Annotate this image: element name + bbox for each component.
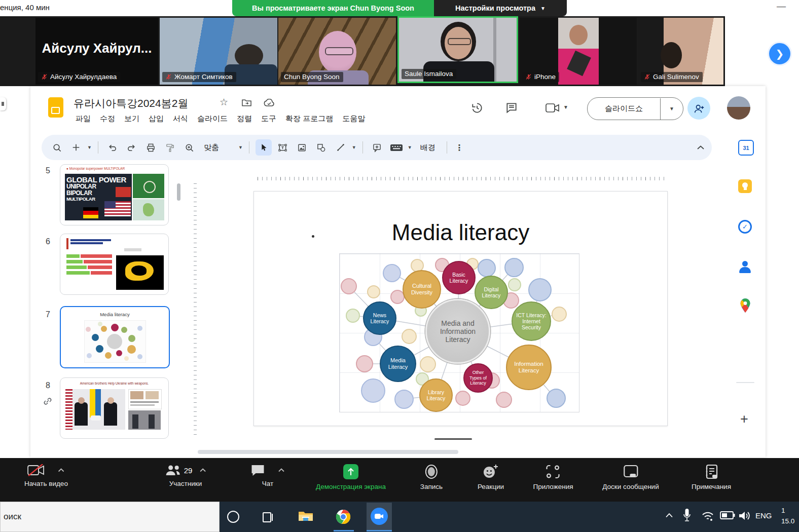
comments-icon[interactable] xyxy=(505,101,518,115)
apps-button[interactable]: Приложения xyxy=(533,464,573,490)
slide-thumbnail-8[interactable]: American brothers Help Ukraine with weap… xyxy=(60,377,169,439)
calendar-icon[interactable]: 31 xyxy=(738,140,754,156)
video-tile-iphone[interactable]: iPhone xyxy=(520,18,637,85)
video-tile-chun[interactable]: Chun Byong Soon xyxy=(278,18,396,85)
camera-dropdown-icon[interactable]: ▼ xyxy=(563,104,568,110)
tasks-icon[interactable]: ✓ xyxy=(738,220,752,234)
contacts-icon[interactable] xyxy=(738,260,752,274)
menu-format[interactable]: 서식 xyxy=(168,112,193,125)
video-tile-zhomart[interactable]: Жомарт Симтиков xyxy=(160,18,277,85)
insert-image-icon[interactable] xyxy=(294,139,310,156)
participants-button[interactable]: 29 Участники xyxy=(165,464,206,487)
slide-canvas[interactable]: Media literacy xyxy=(253,191,668,426)
insert-shape-icon[interactable] xyxy=(313,139,330,156)
avatar[interactable] xyxy=(727,96,750,120)
language-indicator[interactable]: ENG xyxy=(755,511,772,520)
zoom-in-icon[interactable] xyxy=(181,139,198,156)
share-screen-button[interactable]: Демонстрация экрана xyxy=(316,464,386,490)
task-view-icon[interactable] xyxy=(261,511,274,524)
taskbar-clock[interactable]: 1 15.0 xyxy=(781,506,799,527)
file-explorer-icon[interactable] xyxy=(298,510,313,523)
redo-icon[interactable] xyxy=(124,139,140,156)
maps-icon[interactable] xyxy=(739,298,751,313)
view-settings-button[interactable]: Настройки просмотра ▼ xyxy=(434,0,567,16)
menu-tools[interactable]: 도구 xyxy=(257,112,281,125)
paint-format-icon[interactable] xyxy=(162,139,178,156)
tray-expand-icon[interactable] xyxy=(665,513,673,518)
canvas-scrollbar[interactable] xyxy=(198,450,458,454)
menu-help[interactable]: 도움말 xyxy=(338,112,370,125)
reactions-button[interactable]: Реакции xyxy=(478,464,504,490)
presenter-dropdown-icon[interactable]: ▼ xyxy=(408,145,412,150)
tray-mic-icon[interactable] xyxy=(683,508,691,523)
line-dropdown-icon[interactable]: ▼ xyxy=(352,145,356,150)
cortana-icon[interactable] xyxy=(227,511,239,523)
zoom-app-tile[interactable] xyxy=(367,503,392,530)
text-box-icon[interactable] xyxy=(275,139,291,156)
menu-insert[interactable]: 삽입 xyxy=(144,112,168,125)
notes-divider-handle[interactable] xyxy=(434,438,472,440)
search-tool-icon[interactable] xyxy=(49,139,65,156)
chevron-up-icon[interactable] xyxy=(278,468,285,472)
chevron-up-icon[interactable] xyxy=(58,468,65,472)
tray-volume-icon[interactable] xyxy=(738,510,751,522)
menu-extensions[interactable]: 확장 프로그램 xyxy=(281,112,338,125)
menu-edit[interactable]: 수정 xyxy=(95,112,120,125)
notes-button[interactable]: Примечания xyxy=(692,464,731,490)
next-participants-button[interactable]: ❯ xyxy=(768,42,792,66)
side-panel-handle[interactable] xyxy=(0,97,6,110)
clock-time: 1 xyxy=(781,506,799,516)
undo-icon[interactable] xyxy=(104,139,121,156)
thumb5-green-flag xyxy=(133,174,164,198)
video-tile-aisulu[interactable]: Айсулу Хайрул... Айсулу Хайрулдаева xyxy=(35,18,158,85)
share-button[interactable] xyxy=(687,97,710,120)
fit-dropdown-icon[interactable]: ▼ xyxy=(238,145,243,150)
slideshow-button[interactable]: 슬라이드쇼 ▼ xyxy=(587,97,683,120)
slide-thumbnail-5[interactable]: ● Monopolar superpower MULTIPOLAR GLOBAL… xyxy=(60,164,169,225)
filmstrip-scrollbar[interactable] xyxy=(177,183,180,201)
zoom-fit-label[interactable]: 맞춤 xyxy=(201,143,222,153)
menu-slide[interactable]: 슬라이드 xyxy=(193,112,232,125)
move-folder-icon[interactable] xyxy=(242,98,251,107)
slides-logo-icon[interactable] xyxy=(48,97,63,118)
more-options-icon[interactable]: ⋮ xyxy=(453,143,465,153)
meet-camera-icon[interactable] xyxy=(546,103,560,113)
keep-icon[interactable] xyxy=(738,179,752,193)
select-tool-icon[interactable] xyxy=(256,139,272,156)
version-history-icon[interactable] xyxy=(470,101,484,115)
insert-line-icon[interactable] xyxy=(333,139,349,156)
mil-diagram[interactable]: Cultural Diversity Basic Literacy Digita… xyxy=(339,253,579,412)
background-button[interactable]: 배경 xyxy=(415,143,441,153)
star-icon[interactable]: ☆ xyxy=(220,96,228,108)
minimize-button[interactable]: — xyxy=(777,1,786,12)
tray-wifi-icon[interactable] xyxy=(701,510,715,522)
video-tile-saule[interactable]: Saule Ismailova xyxy=(397,16,518,83)
slide-thumbnail-7-selected[interactable]: Media literacy xyxy=(60,306,170,368)
print-icon[interactable] xyxy=(143,139,159,156)
start-video-button[interactable]: Начать видео xyxy=(24,464,68,487)
chrome-icon[interactable] xyxy=(336,509,351,524)
get-addons-icon[interactable]: + xyxy=(740,411,748,427)
slide-title[interactable]: Media literacy xyxy=(254,220,667,245)
tray-battery-icon[interactable] xyxy=(720,511,735,520)
new-slide-icon[interactable] xyxy=(68,139,84,156)
bubble-library-literacy: Library Literacy xyxy=(419,378,453,412)
slideshow-dropdown-icon[interactable]: ▼ xyxy=(661,106,683,111)
whiteboards-button[interactable]: Доски сообщений xyxy=(602,464,659,490)
cloud-status-icon[interactable] xyxy=(264,99,275,107)
taskbar-search-box[interactable]: оиск xyxy=(0,502,220,532)
presenter-toolbar-icon[interactable] xyxy=(388,139,405,156)
menu-file[interactable]: 파일 xyxy=(71,112,95,125)
panel-divider xyxy=(736,382,754,383)
menu-arrange[interactable]: 정렬 xyxy=(232,112,257,125)
doc-title[interactable]: 유라시아특강2024봄2월 xyxy=(74,96,188,110)
video-tile-gali[interactable]: Gali Sulimenov xyxy=(638,18,725,85)
insert-comment-icon[interactable] xyxy=(369,139,385,156)
menu-view[interactable]: 보기 xyxy=(120,112,144,125)
new-slide-dropdown-icon[interactable]: ▼ xyxy=(87,145,92,150)
collapse-toolbar-icon[interactable] xyxy=(697,145,705,150)
chat-button[interactable]: Чат xyxy=(251,464,285,487)
slide-thumbnail-6[interactable] xyxy=(60,234,169,295)
chevron-up-icon[interactable] xyxy=(199,468,206,472)
record-button[interactable]: Запись xyxy=(420,464,443,490)
